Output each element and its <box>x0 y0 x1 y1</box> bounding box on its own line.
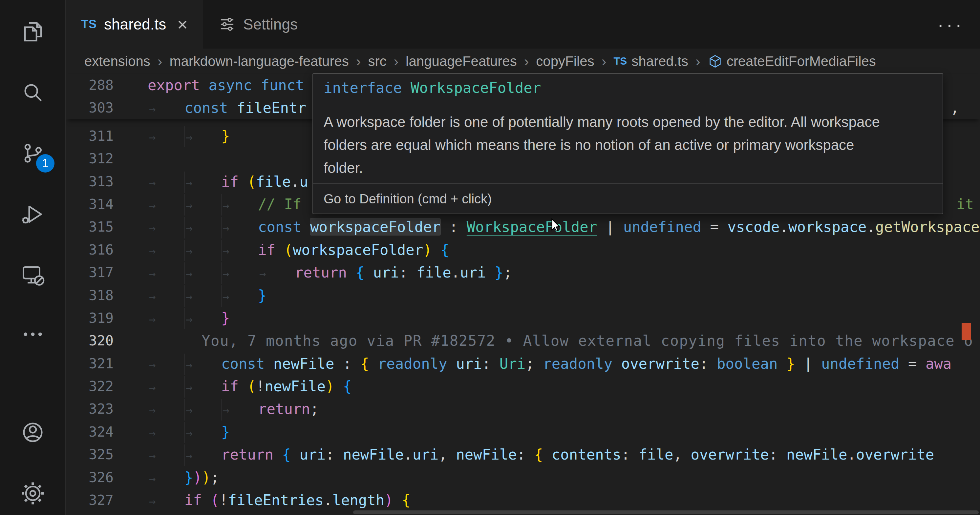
code-content: →→→return; <box>148 397 980 420</box>
tab-whitespace-icon: → <box>148 399 185 420</box>
breadcrumb-item-markdown-language-features[interactable]: markdown-language-features <box>169 54 348 69</box>
code-token: . <box>847 446 856 463</box>
tab-whitespace-icon: → <box>185 445 221 466</box>
code-token: ! <box>256 378 265 394</box>
breadcrumb-item-extensions[interactable]: extensions <box>84 54 150 69</box>
line-number: 311 <box>66 125 148 147</box>
tab-whitespace-icon: → <box>185 172 221 193</box>
code-token: file <box>256 173 291 190</box>
code-token: workspaceFolder <box>293 242 423 258</box>
code-content: →→} <box>148 421 980 443</box>
breadcrumb-item-copyFiles[interactable]: copyFiles <box>536 54 594 69</box>
breadcrumb-item-createEditForMediaFiles[interactable]: createEditForMediaFiles <box>708 54 876 69</box>
code-token: You, 7 months ago via PR #182572 • Allow… <box>202 332 973 349</box>
remote-explorer-icon <box>20 262 45 287</box>
line-number: 303 <box>66 97 148 119</box>
files-icon <box>20 19 45 44</box>
code-token: const <box>258 218 310 235</box>
code-token: ! <box>219 492 228 509</box>
debug-icon <box>20 202 45 227</box>
code-content: →→→} <box>148 284 980 307</box>
activity-bar-settings[interactable] <box>0 472 66 515</box>
activity-bar-explorer[interactable] <box>0 11 66 53</box>
code-token: workspaceFolder <box>310 218 441 235</box>
code-line-323[interactable]: 323→→→return; <box>66 397 980 420</box>
code-line-325[interactable]: 325→→return { uri: newFile.uri, newFile:… <box>66 443 980 466</box>
definition-link[interactable]: WorkspaceFolder <box>467 218 597 235</box>
code-token: { <box>360 355 378 372</box>
code-token: , <box>673 446 691 463</box>
tab-settings[interactable]: Settings <box>203 0 313 49</box>
overview-ruler-mark[interactable] <box>962 323 971 340</box>
code-token: ) <box>193 469 202 486</box>
typescript-file-icon: TS <box>81 17 97 31</box>
code-line-317[interactable]: 317→→→→return { uri: file.uri }; <box>66 261 980 284</box>
line-number: 325 <box>66 443 148 466</box>
code-token: . <box>324 492 332 509</box>
code-token: getWorkspaceFolder <box>875 218 980 235</box>
hover-go-to-definition[interactable]: Go to Definition (cmd + click) <box>313 183 943 213</box>
breadcrumb-label: createEditForMediaFiles <box>727 54 876 69</box>
code-token: return <box>221 446 282 463</box>
code-token: ( <box>247 173 256 190</box>
code-token: fileEntries <box>228 492 323 509</box>
activity-bar-remote-explorer[interactable] <box>0 254 66 296</box>
code-token: length <box>332 492 384 509</box>
code-line-315[interactable]: 315→→→const workspaceFolder : WorkspaceF… <box>66 216 980 238</box>
code-token: const <box>221 355 274 372</box>
activity-bar-account[interactable] <box>0 411 66 454</box>
code-token: file <box>417 264 451 281</box>
code-token: { <box>282 446 299 463</box>
more-actions-icon[interactable]: ··· <box>937 0 964 49</box>
breadcrumb-item-shared.ts[interactable]: TSshared.ts <box>613 54 688 69</box>
code-token <box>432 242 441 258</box>
code-token: if <box>221 173 247 190</box>
code-token: const <box>185 99 237 116</box>
tab-whitespace-icon: → <box>148 194 185 216</box>
code-content: →→const newFile : { readonly uri: Uri; r… <box>148 352 980 375</box>
code-token: overwrite <box>621 355 699 372</box>
line-number: 318 <box>66 284 148 307</box>
activity-bar-source-control[interactable]: 1 <box>0 132 66 175</box>
line-number: 313 <box>66 170 148 193</box>
activity-bar-run-debug[interactable] <box>0 193 66 235</box>
breadcrumb-item-src[interactable]: src <box>368 54 386 69</box>
code-line-321[interactable]: 321→→const newFile : { readonly uri: Uri… <box>66 352 980 375</box>
code-token: u <box>299 173 308 190</box>
tab-shared-ts[interactable]: TS shared.ts × <box>66 0 203 49</box>
code-line-316[interactable]: 316→→→if (workspaceFolder) { <box>66 238 980 261</box>
tab-whitespace-icon: → <box>148 445 185 466</box>
code-token: overwrite <box>856 446 934 463</box>
code-line-326[interactable]: 326→})); <box>66 466 980 489</box>
code-token: ; <box>525 355 543 372</box>
breadcrumb: extensions›markdown-language-features›sr… <box>66 49 980 74</box>
code-token: if <box>258 242 284 258</box>
code-token: Uri <box>500 355 525 372</box>
code-line-320[interactable]: 320You, 7 months ago via PR #182572 • Al… <box>66 329 980 352</box>
code-line-322[interactable]: 322→→if (!newFile) { <box>66 375 980 397</box>
tab-whitespace-icon: → <box>148 354 185 375</box>
code-token: . <box>780 218 789 235</box>
code-token: ) <box>384 492 393 509</box>
code-token: newFile <box>264 378 325 394</box>
code-token: ( <box>210 492 219 509</box>
horizontal-scrollbar[interactable] <box>353 510 979 514</box>
code-line-318[interactable]: 318→→→} <box>66 284 980 307</box>
activity-bar-search[interactable] <box>0 71 66 114</box>
code-line-319[interactable]: 319→→} <box>66 307 980 329</box>
code-token: | <box>795 355 821 372</box>
breadcrumb-label: shared.ts <box>632 54 688 69</box>
code-token: fileEntr <box>237 99 306 116</box>
tab-whitespace-icon: → <box>185 285 221 307</box>
line-number: 288 <box>66 74 148 97</box>
code-token: { <box>355 264 373 281</box>
breadcrumb-item-languageFeatures[interactable]: languageFeatures <box>406 54 517 69</box>
code-line-324[interactable]: 324→→} <box>66 421 980 443</box>
close-icon[interactable]: × <box>177 16 188 33</box>
breadcrumb-separator: › <box>356 53 361 70</box>
code-token: // If <box>258 196 301 213</box>
code-content: →→→const workspaceFolder : WorkspaceFold… <box>148 216 980 238</box>
code-line-327[interactable]: 327→if (!fileEntries.length) { <box>66 489 980 512</box>
activity-bar-more-views[interactable] <box>0 313 66 356</box>
tab-whitespace-icon: → <box>185 308 221 329</box>
